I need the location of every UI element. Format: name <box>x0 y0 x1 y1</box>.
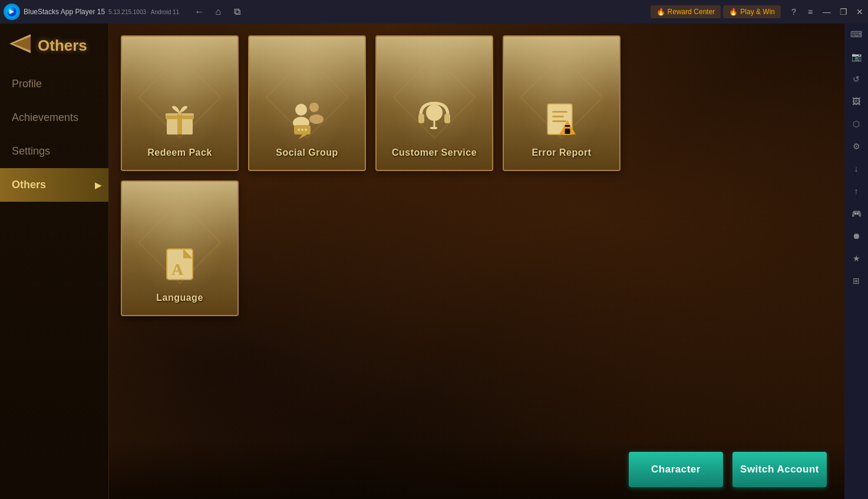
app-version: 5.13.215.1003 · Android 11 <box>108 9 179 15</box>
gamepad-tool-button[interactable]: 🎮 <box>846 203 866 224</box>
svg-point-12 <box>309 114 324 124</box>
grid-tool-button[interactable]: ⊞ <box>846 271 866 291</box>
record-tool-button[interactable]: ⏺ <box>846 226 866 246</box>
menu-button[interactable]: ≡ <box>802 4 819 20</box>
svg-point-18 <box>426 104 443 121</box>
customer-service-label: Customer Service <box>392 147 477 158</box>
svg-rect-21 <box>431 127 437 129</box>
restore-button[interactable]: ❐ <box>835 4 852 20</box>
svg-rect-25 <box>552 116 564 117</box>
page-header: Others <box>0 24 108 67</box>
rotate-tool-button[interactable]: ↺ <box>846 69 866 89</box>
game-area: Others Profile Achievements Settings Oth… <box>0 24 844 499</box>
svg-marker-14 <box>299 134 307 139</box>
page-title: Others <box>38 37 87 55</box>
minimize-button[interactable]: — <box>819 4 835 20</box>
svg-rect-28 <box>565 125 570 127</box>
sidebar-item-others[interactable]: Others <box>0 168 108 202</box>
sidebar-item-settings[interactable]: Settings <box>0 134 108 168</box>
svg-point-9 <box>295 104 307 116</box>
star-tool-button[interactable]: ★ <box>846 248 866 268</box>
nav-buttons: ← ⌂ ⧉ <box>191 4 245 20</box>
svg-point-17 <box>305 129 307 131</box>
sidebar-item-others-label: Others <box>12 179 46 191</box>
keyboard-tool-button[interactable]: ⌨ <box>846 24 866 44</box>
bottom-bar: Character Switch Account <box>0 440 844 499</box>
reward-center-button[interactable]: 🔥 Reward Center <box>651 5 721 18</box>
language-card[interactable]: A Language <box>121 180 239 316</box>
play-win-button[interactable]: 🔥 Play & Win <box>723 5 781 18</box>
page-back-arrow[interactable] <box>9 34 31 57</box>
svg-text:A: A <box>171 260 184 278</box>
switch-account-button[interactable]: Switch Account <box>732 452 827 487</box>
sidebar-item-achievements[interactable]: Achievements <box>0 101 108 134</box>
app-name: BlueStacks App Player 15 <box>24 8 105 16</box>
left-panel: Others Profile Achievements Settings Oth… <box>0 24 109 499</box>
svg-point-8 <box>178 111 181 115</box>
language-label: Language <box>156 293 203 303</box>
redeem-pack-label: Redeem Pack <box>147 147 212 158</box>
sidebar-item-achievements-label: Achievements <box>12 111 78 123</box>
close-button[interactable]: ✕ <box>852 4 868 20</box>
reward-center-label: Reward Center <box>668 8 715 16</box>
upload-tool-button[interactable]: ↑ <box>846 181 866 201</box>
svg-rect-29 <box>565 129 570 134</box>
camera-tool-button[interactable]: 📷 <box>846 47 866 67</box>
main-content: Redeem Pack <box>109 24 844 499</box>
svg-rect-19 <box>418 114 424 123</box>
social-group-card[interactable]: Social Group <box>248 35 366 171</box>
customer-service-icon <box>413 98 456 140</box>
back-button[interactable]: ← <box>191 4 207 20</box>
svg-point-15 <box>298 129 300 131</box>
home-button[interactable]: ⌂ <box>210 4 226 20</box>
layers-tool-button[interactable]: ⬡ <box>846 114 866 134</box>
titlebar: BlueStacks App Player 15 5.13.215.1003 ·… <box>0 0 868 24</box>
error-report-label: Error Report <box>532 147 591 158</box>
sidebar-item-profile-label: Profile <box>12 78 42 90</box>
svg-rect-20 <box>444 114 450 123</box>
tabs-button[interactable]: ⧉ <box>229 4 245 20</box>
settings-tool-button[interactable]: ⚙ <box>846 136 866 156</box>
reward-center-icon: 🔥 <box>656 8 665 16</box>
card-row-2: A Language <box>121 180 833 316</box>
svg-point-16 <box>301 129 303 131</box>
redeem-pack-card[interactable]: Redeem Pack <box>121 35 239 171</box>
svg-point-11 <box>309 103 319 112</box>
sidebar-item-settings-label: Settings <box>12 145 50 157</box>
help-button[interactable]: ? <box>786 4 802 20</box>
error-report-card[interactable]: Error Report <box>503 35 621 171</box>
right-sidebar: ⌨ 📷 ↺ 🖼 ⬡ ⚙ ↓ ↑ 🎮 ⏺ ★ ⊞ <box>844 0 868 499</box>
svg-rect-26 <box>552 120 566 122</box>
svg-rect-7 <box>166 116 194 119</box>
sidebar-item-profile[interactable]: Profile <box>0 67 108 101</box>
download-tool-button[interactable]: ↓ <box>846 159 866 179</box>
screenshot-tool-button[interactable]: 🖼 <box>846 91 866 111</box>
social-group-label: Social Group <box>276 147 338 158</box>
play-win-icon: 🔥 <box>729 8 738 16</box>
error-report-icon <box>540 98 583 140</box>
redeem-pack-icon <box>159 98 201 140</box>
svg-rect-24 <box>552 111 567 113</box>
app-icon <box>4 4 20 20</box>
language-icon: A <box>159 243 201 285</box>
card-row-1: Redeem Pack <box>121 35 833 171</box>
customer-service-card[interactable]: Customer Service <box>375 35 493 171</box>
play-win-label: Play & Win <box>740 8 775 16</box>
social-group-icon <box>286 98 328 140</box>
character-button[interactable]: Character <box>629 452 723 487</box>
